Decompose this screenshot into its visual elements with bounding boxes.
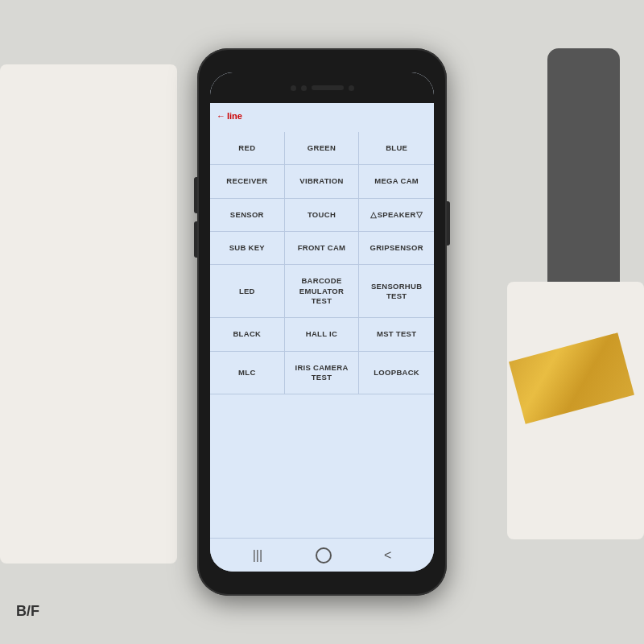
grid-cell-black[interactable]: BLACK: [210, 318, 285, 350]
grid-row-0: REDGREENBLUE: [210, 132, 434, 165]
front-camera-left: [291, 85, 296, 91]
red-line-label: line: [227, 111, 242, 121]
scene: B/F ← line REDGREENBLUERECEIVERVI: [0, 0, 644, 644]
grid-cell-receiver[interactable]: RECEIVER: [210, 165, 285, 197]
background-foam-left: [0, 64, 177, 564]
grid-cell-blue[interactable]: BLUE: [359, 132, 434, 164]
phone-screen: ← line REDGREENBLUERECEIVERVIBRATIONMEGA…: [210, 72, 434, 572]
background-device-right: [547, 48, 620, 306]
grid-row-2: SENSORTOUCH△SPEAKER▽: [210, 199, 434, 232]
grid-cell-green[interactable]: GREEN: [285, 132, 360, 164]
grid-row-6: MLCIRIS CAMERA TESTLOOPBACK: [210, 352, 434, 395]
grid-cell-front-cam[interactable]: FRONT CAM: [285, 232, 360, 264]
grid-cell-mlc[interactable]: MLC: [210, 352, 285, 394]
grid-row-4: LEDBARCODE EMULATOR TESTSENSORHUB TEST: [210, 265, 434, 318]
grid-cell-barcode-emulator[interactable]: BARCODE EMULATOR TEST: [285, 265, 360, 317]
grid-cell-hall-ic[interactable]: HALL IC: [285, 318, 360, 350]
back-nav-icon[interactable]: <: [384, 548, 391, 563]
grid-cell-loopback[interactable]: LOOPBACK: [359, 352, 434, 394]
test-grid: REDGREENBLUERECEIVERVIBRATIONMEGA CAMSEN…: [210, 129, 434, 538]
front-camera-right: [301, 85, 307, 91]
phone-outer: ← line REDGREENBLUERECEIVERVIBRATIONMEGA…: [197, 48, 447, 596]
power-button[interactable]: [447, 201, 450, 246]
bottom-navigation: ||| <: [210, 538, 434, 572]
grid-cell-speaker[interactable]: △SPEAKER▽: [359, 199, 434, 231]
red-line-indicator: ← line: [217, 111, 242, 121]
menu-nav-icon[interactable]: |||: [253, 548, 262, 563]
volume-down-button[interactable]: [194, 221, 197, 258]
home-nav-button[interactable]: [316, 547, 332, 564]
grid-cell-sensorhub-test[interactable]: SENSORHUB TEST: [359, 265, 434, 317]
grid-cell-red[interactable]: RED: [210, 132, 285, 164]
sensor-dot: [349, 85, 354, 91]
red-line-area: ← line: [210, 103, 434, 129]
grid-cell-iris-camera[interactable]: IRIS CAMERA TEST: [285, 352, 360, 394]
bf-label: B/F: [16, 603, 39, 620]
grid-cell-vibration[interactable]: VIBRATION: [285, 165, 360, 197]
volume-up-button[interactable]: [194, 177, 197, 213]
grid-row-3: SUB KEYFRONT CAMGRIPSENSOR: [210, 232, 434, 265]
grid-cell-sub-key[interactable]: SUB KEY: [210, 232, 285, 264]
grid-cell-mst-test[interactable]: MST TEST: [359, 318, 434, 350]
grid-cell-led[interactable]: LED: [210, 265, 285, 317]
grid-cell-sensor[interactable]: SENSOR: [210, 199, 285, 231]
phone-top-bar: [210, 72, 434, 103]
earpiece-speaker: [312, 85, 344, 90]
grid-cell-touch[interactable]: TOUCH: [285, 199, 360, 231]
grid-row-1: RECEIVERVIBRATIONMEGA CAM: [210, 165, 434, 198]
grid-row-5: BLACKHALL ICMST TEST: [210, 318, 434, 351]
grid-cell-gripsensor[interactable]: GRIPSENSOR: [359, 232, 434, 264]
grid-cell-mega-cam[interactable]: MEGA CAM: [359, 165, 434, 197]
red-arrow-icon: ←: [217, 111, 225, 121]
